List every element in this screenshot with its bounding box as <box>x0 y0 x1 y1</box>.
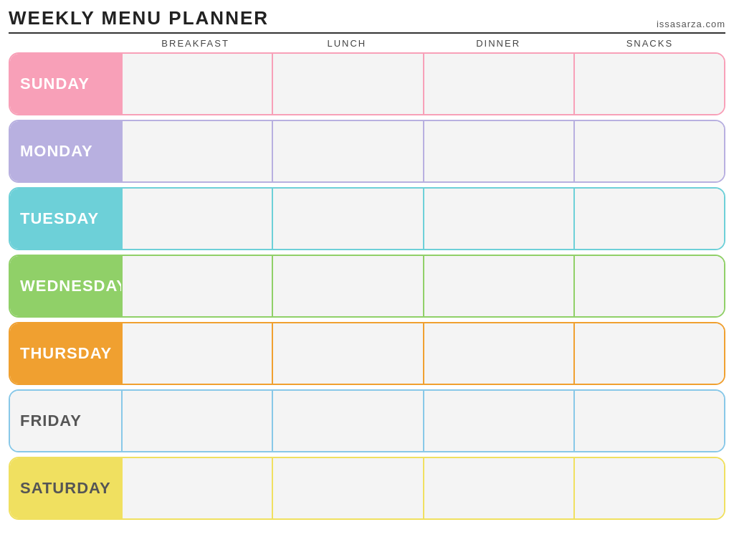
cell-tuesday-dinner[interactable] <box>423 189 573 249</box>
cell-wednesday-breakfast[interactable] <box>121 256 272 316</box>
cell-wednesday-lunch[interactable] <box>272 256 422 316</box>
col-header-empty <box>9 38 120 49</box>
cell-friday-dinner[interactable] <box>423 391 573 451</box>
cell-thursday-lunch[interactable] <box>272 323 422 384</box>
website-label: issasarza.com <box>657 19 725 29</box>
cell-monday-lunch[interactable] <box>272 121 422 181</box>
day-label-saturday: Saturday <box>10 458 121 518</box>
col-header-snacks: Snacks <box>574 38 725 49</box>
cell-friday-snacks[interactable] <box>573 391 724 451</box>
day-row-thursday: Thursday <box>9 322 725 385</box>
day-row-wednesday: Wednesday <box>9 255 725 318</box>
page-title: Weekly Menu Planner <box>9 7 269 29</box>
day-label-friday: Friday <box>10 391 121 451</box>
cell-wednesday-dinner[interactable] <box>423 256 573 316</box>
cell-thursday-breakfast[interactable] <box>121 323 272 384</box>
cell-sunday-snacks[interactable] <box>573 54 724 114</box>
col-header-dinner: Dinner <box>423 38 574 49</box>
cell-sunday-breakfast[interactable] <box>121 54 272 114</box>
cell-friday-lunch[interactable] <box>272 391 422 451</box>
cell-wednesday-snacks[interactable] <box>573 256 724 316</box>
cell-sunday-dinner[interactable] <box>423 54 573 114</box>
cell-tuesday-lunch[interactable] <box>272 189 422 249</box>
cell-tuesday-breakfast[interactable] <box>121 189 272 249</box>
col-header-breakfast: Breakfast <box>120 38 271 49</box>
col-header-lunch: Lunch <box>271 38 422 49</box>
column-headers: Breakfast Lunch Dinner Snacks <box>9 38 725 49</box>
day-label-monday: Monday <box>10 121 121 181</box>
day-label-wednesday: Wednesday <box>10 256 121 316</box>
cell-sunday-lunch[interactable] <box>272 54 422 114</box>
cell-saturday-dinner[interactable] <box>423 458 573 518</box>
cell-tuesday-snacks[interactable] <box>573 189 724 249</box>
cell-saturday-snacks[interactable] <box>573 458 724 518</box>
day-row-saturday: Saturday <box>9 457 725 520</box>
page-header: Weekly Menu Planner issasarza.com <box>9 7 725 34</box>
cell-thursday-dinner[interactable] <box>423 323 573 384</box>
cell-monday-dinner[interactable] <box>423 121 573 181</box>
day-label-tuesday: Tuesday <box>10 189 121 249</box>
cell-saturday-breakfast[interactable] <box>121 458 272 518</box>
day-row-tuesday: Tuesday <box>9 187 725 250</box>
day-label-sunday: Sunday <box>10 54 121 114</box>
day-row-friday: Friday <box>9 389 725 452</box>
cell-monday-snacks[interactable] <box>573 121 724 181</box>
planner-grid: SundayMondayTuesdayWednesdayThursdayFrid… <box>9 52 725 520</box>
day-label-thursday: Thursday <box>10 323 121 384</box>
cell-monday-breakfast[interactable] <box>121 121 272 181</box>
cell-friday-breakfast[interactable] <box>121 391 272 451</box>
cell-thursday-snacks[interactable] <box>573 323 724 384</box>
cell-saturday-lunch[interactable] <box>272 458 422 518</box>
day-row-monday: Monday <box>9 120 725 183</box>
day-row-sunday: Sunday <box>9 52 725 115</box>
